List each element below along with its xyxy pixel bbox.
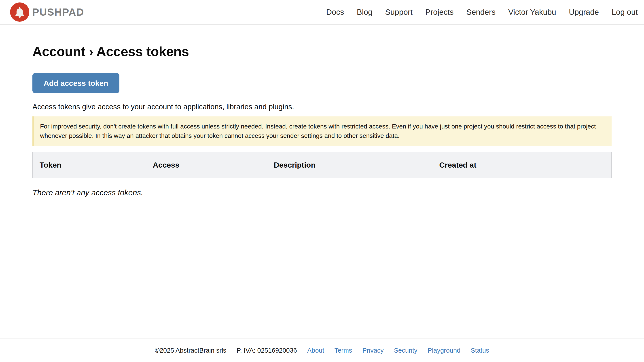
column-header-description: Description	[267, 152, 432, 178]
nav-item-projects[interactable]: Projects	[425, 7, 454, 16]
table-header-row: Token Access Description Created at	[33, 152, 611, 178]
add-access-token-button[interactable]: Add access token	[32, 73, 120, 93]
empty-state-message: There aren't any access tokens.	[32, 188, 612, 197]
main-nav: Docs Blog Support Projects Senders Victo…	[326, 7, 638, 16]
footer-copyright: ©2025 AbstractBrain srls	[155, 347, 226, 354]
page-description: Access tokens give access to your accoun…	[32, 103, 612, 111]
nav-item-logout[interactable]: Log out	[612, 7, 638, 16]
nav-item-support[interactable]: Support	[385, 7, 413, 16]
main-content: Account › Access tokens Add access token…	[32, 24, 612, 339]
nav-item-docs[interactable]: Docs	[326, 7, 344, 16]
footer: ©2025 AbstractBrain srls P. IVA: 0251692…	[0, 339, 644, 362]
nav-item-senders[interactable]: Senders	[466, 7, 496, 16]
footer-link-status[interactable]: Status	[471, 347, 489, 354]
header: PUSHPAD Docs Blog Support Projects Sende…	[0, 0, 644, 24]
security-warning-alert: For improved security, don't create toke…	[32, 116, 612, 146]
nav-item-blog[interactable]: Blog	[357, 7, 372, 16]
footer-link-privacy[interactable]: Privacy	[362, 347, 384, 354]
footer-link-playground[interactable]: Playground	[428, 347, 461, 354]
column-header-token: Token	[33, 152, 146, 178]
brand-logo-link[interactable]: PUSHPAD	[10, 2, 84, 22]
column-header-created-at: Created at	[432, 152, 611, 178]
page-title: Account › Access tokens	[32, 44, 612, 60]
column-header-access: Access	[146, 152, 267, 178]
footer-link-about[interactable]: About	[307, 347, 324, 354]
nav-item-account-user[interactable]: Victor Yakubu	[508, 7, 556, 16]
brand-name: PUSHPAD	[32, 6, 84, 18]
footer-link-security[interactable]: Security	[394, 347, 418, 354]
footer-link-terms[interactable]: Terms	[334, 347, 352, 354]
bell-icon	[10, 2, 29, 22]
nav-item-upgrade[interactable]: Upgrade	[569, 7, 599, 16]
footer-vat: P. IVA: 02516920036	[236, 347, 297, 354]
access-tokens-table: Token Access Description Created at	[32, 152, 612, 178]
page-root: PUSHPAD Docs Blog Support Projects Sende…	[0, 0, 644, 362]
